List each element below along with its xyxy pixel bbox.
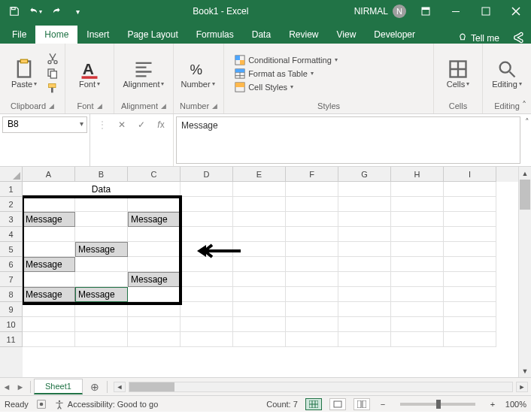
sheet-nav-prev[interactable]: ◄ [0, 382, 14, 391]
row-header-8[interactable]: 8 [0, 287, 23, 302]
cell[interactable] [181, 332, 233, 347]
cell[interactable] [23, 227, 75, 242]
cell[interactable] [181, 257, 233, 272]
formula-bar[interactable]: Message [176, 116, 520, 164]
row-header-6[interactable]: 6 [0, 257, 23, 272]
cell[interactable] [181, 287, 233, 302]
cell[interactable] [233, 257, 286, 272]
font-launcher[interactable]: ◢ [97, 102, 102, 110]
tell-me-search[interactable]: Tell me [451, 33, 505, 44]
col-header-i[interactable]: I [444, 167, 496, 182]
cell[interactable] [75, 317, 128, 332]
paste-button[interactable]: Paste▾ [6, 49, 42, 98]
insert-function-button[interactable]: fx [152, 117, 170, 132]
cell[interactable] [233, 242, 286, 257]
cell[interactable] [338, 317, 391, 332]
cell[interactable] [444, 302, 496, 317]
row-header-11[interactable]: 11 [0, 332, 23, 347]
conditional-formatting-button[interactable]: Conditional Formatting ▾ [232, 54, 341, 66]
row-header-2[interactable]: 2 [0, 197, 23, 212]
cell[interactable] [75, 257, 128, 272]
col-header-e[interactable]: E [233, 167, 286, 182]
cell-c3[interactable]: Message [128, 212, 181, 227]
cut-button[interactable] [47, 53, 59, 65]
cell[interactable] [128, 257, 181, 272]
cancel-formula-button[interactable]: ✕ [113, 117, 131, 132]
enter-formula-button[interactable]: ✓ [132, 117, 150, 132]
cell[interactable] [233, 227, 286, 242]
cell[interactable] [444, 197, 496, 212]
cell[interactable] [181, 242, 233, 257]
cell-c7[interactable]: Message [128, 272, 181, 287]
cell[interactable] [338, 242, 391, 257]
tab-insert[interactable]: Insert [77, 26, 118, 44]
user-account[interactable]: NIRMAL N [350, 5, 411, 18]
col-header-d[interactable]: D [181, 167, 233, 182]
cell[interactable] [233, 197, 286, 212]
number-launcher[interactable]: ◢ [212, 102, 217, 110]
cell[interactable] [23, 272, 75, 287]
accessibility-status[interactable]: Accessibility: Good to go [54, 399, 158, 409]
cell[interactable] [338, 287, 391, 302]
cell[interactable] [391, 317, 444, 332]
redo-button[interactable] [48, 3, 65, 20]
cell[interactable] [23, 302, 75, 317]
zoom-out-button[interactable]: − [378, 400, 388, 409]
cell[interactable] [233, 287, 286, 302]
alignment-launcher[interactable]: ◢ [161, 102, 166, 110]
cell[interactable] [391, 272, 444, 287]
cell[interactable] [181, 197, 233, 212]
cell[interactable] [181, 227, 233, 242]
cell[interactable] [128, 197, 181, 212]
cell[interactable] [338, 212, 391, 227]
page-layout-view-button[interactable] [329, 398, 346, 410]
cell[interactable] [391, 332, 444, 347]
cell-a1-merged[interactable]: Data [23, 182, 181, 197]
cell[interactable] [286, 257, 338, 272]
cell[interactable] [181, 182, 233, 197]
cell[interactable] [391, 227, 444, 242]
new-sheet-button[interactable]: ⊕ [86, 381, 104, 393]
col-header-b[interactable]: B [75, 167, 128, 182]
scroll-down-button[interactable]: ▼ [519, 364, 531, 377]
cell[interactable] [444, 182, 496, 197]
cell-b5[interactable]: Message [75, 242, 128, 257]
cell[interactable] [286, 272, 338, 287]
tab-developer[interactable]: Developer [365, 26, 424, 44]
alignment-button[interactable]: Alignment▾ [120, 49, 167, 98]
col-header-f[interactable]: F [286, 167, 338, 182]
sheet-nav-next[interactable]: ► [14, 382, 27, 391]
copy-button[interactable] [47, 68, 59, 80]
cell[interactable] [286, 212, 338, 227]
cell[interactable] [286, 197, 338, 212]
name-box[interactable]: B8 [2, 116, 87, 133]
font-button[interactable]: A Font▾ [71, 49, 108, 98]
cell[interactable] [444, 272, 496, 287]
row-header-1[interactable]: 1 [0, 182, 23, 197]
cell[interactable] [391, 212, 444, 227]
cell[interactable] [75, 332, 128, 347]
zoom-level[interactable]: 100% [505, 400, 526, 409]
collapse-ribbon-button[interactable]: ˄ [522, 100, 526, 110]
cell[interactable] [233, 302, 286, 317]
cell[interactable] [75, 272, 128, 287]
qat-customize-button[interactable]: ▾ [69, 3, 86, 20]
cell[interactable] [338, 332, 391, 347]
cell[interactable] [75, 227, 128, 242]
cell[interactable] [286, 227, 338, 242]
format-painter-button[interactable] [47, 83, 59, 95]
tab-page-layout[interactable]: Page Layout [118, 26, 187, 44]
format-as-table-button[interactable]: Format as Table ▾ [232, 68, 317, 80]
cell[interactable] [444, 227, 496, 242]
cell[interactable] [181, 212, 233, 227]
cell[interactable] [23, 242, 75, 257]
cell[interactable] [391, 197, 444, 212]
cell[interactable] [286, 242, 338, 257]
zoom-slider[interactable] [400, 403, 475, 406]
tab-view[interactable]: View [328, 26, 366, 44]
tab-review[interactable]: Review [280, 26, 327, 44]
maximize-button[interactable] [471, 0, 501, 23]
cell[interactable] [23, 317, 75, 332]
cell[interactable] [286, 302, 338, 317]
cell[interactable] [444, 332, 496, 347]
